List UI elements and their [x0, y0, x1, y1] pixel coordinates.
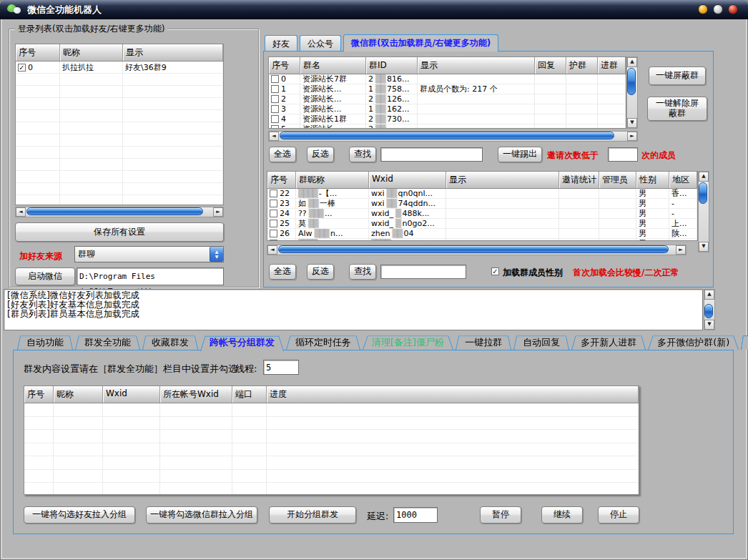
column-header[interactable]: 序号	[16, 44, 60, 61]
pause-button[interactable]: 暂停	[480, 506, 521, 524]
start-group-send-button[interactable]: 开始分组群发	[269, 506, 356, 524]
table-row[interactable]	[16, 183, 223, 195]
login-table[interactable]: 序号昵称显示0扒拉扒拉好友\36群9	[15, 44, 224, 205]
column-header[interactable]: 地区	[669, 172, 697, 188]
scroll-up-icon[interactable]: ▲	[699, 172, 709, 182]
table-row[interactable]: 22▒▒▒▒-【...wxi▒▒qn0qnl...男香...	[267, 189, 697, 199]
stop-button[interactable]: 停止	[598, 506, 639, 524]
tab-friends[interactable]: 好友	[265, 35, 297, 51]
thread-count-input[interactable]	[263, 360, 299, 375]
table-row[interactable]: 24??▒▒▒...wxid_▒488k...男-	[267, 209, 697, 219]
column-header[interactable]: 所在帐号Wxid	[160, 386, 232, 403]
group-select-all-button[interactable]: 全选	[269, 147, 296, 162]
bottom-tab-2[interactable]: 收藏群发	[142, 334, 198, 350]
table-row[interactable]: 0资源站长7群2▒▒816...	[269, 74, 626, 84]
row-checkbox[interactable]	[270, 190, 277, 197]
column-header[interactable]: 显示	[446, 172, 559, 188]
table-row[interactable]: 25莫▒▒wxid_▒n0go2...男上...	[267, 219, 697, 229]
bottom-tab-10[interactable]: 导出	[741, 334, 748, 350]
column-header[interactable]: 邀请统计	[559, 172, 599, 188]
group-find-button[interactable]: 查找	[349, 147, 376, 162]
column-header[interactable]: 端口	[232, 386, 267, 403]
table-row[interactable]	[16, 74, 223, 86]
group-invert-select-button[interactable]: 反选	[307, 147, 334, 162]
group-table-vscrollbar[interactable]: ▲ ▼	[626, 57, 638, 129]
wechat-path-input[interactable]: D:\Program Files (x86)\Tencent\We	[77, 267, 224, 285]
table-row[interactable]	[16, 86, 223, 98]
log-output[interactable]: [微信系统]微信好友列表加载完成[好友列表]好友基本信息加载完成[群员列表]群员…	[4, 289, 703, 330]
row-checkbox[interactable]	[271, 105, 279, 113]
table-row[interactable]	[16, 171, 223, 183]
scroll-left-icon[interactable]: ◄	[269, 132, 279, 141]
table-row[interactable]: 23如▒▒一棒wxi▒▒74qddn...男-	[267, 199, 697, 209]
scroll-left-icon[interactable]: ◄	[267, 245, 277, 255]
delay-input[interactable]	[393, 507, 438, 523]
bottom-tab-7[interactable]: 自动回复	[513, 334, 569, 350]
column-header[interactable]: Wxid	[369, 172, 446, 188]
scroll-up-icon[interactable]: ▲	[704, 290, 714, 300]
resume-button[interactable]: 继续	[541, 506, 583, 524]
member-table[interactable]: 序号群昵称Wxid显示邀请统计管理员性别地区22▒▒▒▒-【...wxi▒▒qn…	[267, 171, 698, 241]
unblock-group-button[interactable]: 一键解除屏蔽群	[647, 97, 707, 121]
row-checkbox[interactable]	[271, 115, 279, 123]
row-checkbox[interactable]	[270, 230, 277, 237]
kick-member-button[interactable]: 一键踢出	[498, 147, 542, 162]
column-header[interactable]: 昵称	[54, 386, 103, 403]
table-row[interactable]	[16, 134, 223, 147]
column-header[interactable]: 群昵称	[296, 172, 369, 188]
column-header[interactable]: 昵称	[60, 44, 123, 61]
column-header[interactable]: 序号	[267, 172, 296, 188]
minimize-button[interactable]	[698, 4, 708, 14]
table-row[interactable]	[16, 122, 223, 134]
group-table-hscrollbar[interactable]: ◄ ►	[268, 131, 638, 142]
scroll-right-icon[interactable]: ►	[676, 245, 686, 255]
table-row[interactable]	[24, 403, 639, 417]
bottom-tab-9[interactable]: 多开微信护群(新)	[648, 334, 739, 350]
tab-official-accounts[interactable]: 公众号	[300, 35, 341, 51]
column-header[interactable]: 序号	[24, 386, 54, 403]
column-header[interactable]: 群名	[300, 57, 366, 74]
close-button[interactable]	[728, 4, 738, 14]
table-row[interactable]	[24, 456, 639, 470]
scroll-left-icon[interactable]: ◄	[16, 207, 26, 217]
table-row[interactable]	[24, 417, 639, 431]
load-gender-checkbox[interactable]	[491, 267, 499, 275]
group-table[interactable]: 序号群名群ID显示回复护群进群0资源站长7群2▒▒816...1资源站长...1…	[268, 57, 626, 129]
bottom-tab-1[interactable]: 群发全功能	[75, 334, 140, 350]
member-find-button[interactable]: 查找	[349, 264, 376, 280]
add-friends-to-group-button[interactable]: 一键将勾选好友拉入分组	[24, 506, 135, 524]
column-header[interactable]: 回复	[535, 57, 566, 74]
bottom-tab-6[interactable]: 一键拉群	[456, 334, 511, 350]
bottom-tab-5[interactable]: 清理[备注]僵尸粉	[363, 334, 453, 350]
table-row[interactable]: 26Alw▒▒▒n...zhen▒▒04男陕...	[267, 229, 697, 239]
row-checkbox[interactable]	[270, 210, 277, 217]
scroll-right-icon[interactable]: ►	[213, 207, 223, 217]
column-header[interactable]: 显示	[418, 57, 535, 74]
column-header[interactable]: 进度	[267, 386, 639, 403]
group-search-input[interactable]	[380, 147, 483, 162]
bottom-tab-8[interactable]: 多开新人进群	[571, 334, 646, 350]
combo-spinner-icon[interactable]: ▲▼	[210, 247, 223, 262]
scroll-down-icon[interactable]: ▼	[704, 320, 714, 330]
column-header[interactable]: 护群	[566, 57, 598, 74]
column-header[interactable]: 性别	[636, 172, 669, 188]
bottom-tab-4[interactable]: 循环定时任务	[286, 334, 360, 350]
table-row[interactable]: 1资源站长...1▒▒758...群成员个数为: 217 个	[269, 84, 626, 94]
table-row[interactable]: 0扒拉扒拉好友\36群9	[16, 62, 223, 74]
launch-wechat-button[interactable]: 启动微信	[15, 267, 75, 285]
scroll-right-icon[interactable]: ►	[627, 132, 637, 141]
row-checkbox[interactable]	[270, 200, 277, 207]
row-checkbox[interactable]	[271, 95, 279, 103]
row-checkbox[interactable]	[270, 220, 277, 227]
scroll-down-icon[interactable]: ▼	[627, 118, 637, 128]
row-checkbox[interactable]	[271, 75, 279, 83]
scroll-up-icon[interactable]: ▲	[627, 57, 637, 67]
column-header[interactable]: 群ID	[366, 57, 418, 74]
table-row[interactable]: 27▒▒▒▒▒▒▒▒男...	[267, 239, 697, 241]
column-header[interactable]: 管理员	[599, 172, 636, 188]
table-row[interactable]	[16, 110, 223, 122]
member-table-hscrollbar[interactable]: ◄ ►	[267, 245, 687, 255]
table-row[interactable]: 4资源站长1群2▒▒730...	[269, 114, 626, 124]
bottom-tab-0[interactable]: 自动功能	[17, 334, 73, 350]
row-checkbox[interactable]	[18, 64, 26, 72]
